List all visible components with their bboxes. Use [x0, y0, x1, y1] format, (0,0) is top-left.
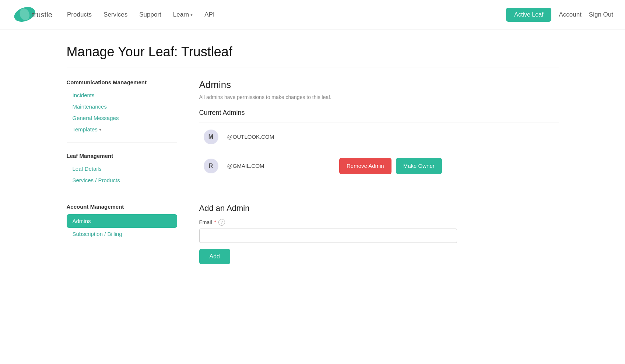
- admins-subtitle: All admins have permissions to make chan…: [199, 94, 559, 100]
- make-owner-button[interactable]: Make Owner: [396, 158, 442, 174]
- add-admin-section: Add an Admin Email * ? Add: [199, 193, 559, 264]
- admins-table: M @OUTLOOK.COM R @GMAIL.COM: [199, 123, 559, 181]
- table-row: M @OUTLOOK.COM: [199, 123, 559, 151]
- nav-links: Products Services Support Learn ▾ API: [67, 11, 506, 18]
- sidebar-item-subscription-billing[interactable]: Subscription / Billing: [67, 229, 177, 239]
- add-admin-title: Add an Admin: [199, 204, 559, 213]
- sidebar-item-general-messages[interactable]: General Messages: [67, 113, 177, 123]
- page-title: Manage Your Leaf: Trustleaf: [67, 44, 559, 67]
- page-container: Manage Your Leaf: Trustleaf Communicatio…: [55, 29, 570, 286]
- admin-avatar-r: R: [204, 159, 218, 173]
- sidebar-item-incidents[interactable]: Incidents: [67, 90, 177, 100]
- admins-section-title: Admins: [199, 79, 559, 91]
- admin-email-r: @GMAIL.COM: [227, 163, 264, 169]
- admin-email-m: @OUTLOOK.COM: [227, 134, 274, 140]
- templates-chevron-icon: ▾: [99, 127, 101, 132]
- nav-api[interactable]: API: [204, 11, 214, 18]
- sidebar-item-admins[interactable]: Admins: [67, 214, 177, 228]
- nav-services[interactable]: Services: [103, 11, 127, 18]
- admin-avatar-m: M: [204, 130, 218, 144]
- content-layout: Communications Management Incidents Main…: [67, 79, 559, 264]
- sidebar-leaf-management-title: Leaf Management: [67, 153, 177, 159]
- sidebar-item-services-products[interactable]: Services / Products: [67, 175, 177, 185]
- email-field-label: Email * ?: [199, 219, 559, 226]
- sidebar-divider-2: [67, 193, 177, 193]
- admin-actions: Remove Admin Make Owner: [339, 158, 554, 174]
- logo[interactable]: trustleaf: [12, 4, 52, 25]
- nav-learn[interactable]: Learn ▾: [173, 11, 193, 18]
- learn-chevron-icon: ▾: [190, 12, 193, 17]
- sidebar: Communications Management Incidents Main…: [67, 79, 192, 264]
- sidebar-item-leaf-details[interactable]: Leaf Details: [67, 163, 177, 174]
- nav-products[interactable]: Products: [67, 11, 92, 18]
- sidebar-item-templates[interactable]: Templates ▾: [67, 124, 177, 135]
- nav-account[interactable]: Account: [559, 11, 581, 18]
- sidebar-item-maintenances[interactable]: Maintenances: [67, 101, 177, 112]
- required-star: *: [214, 219, 216, 225]
- sidebar-account-management-title: Account Management: [67, 204, 177, 210]
- table-row: R @GMAIL.COM Remove Admin Make Owner: [199, 151, 559, 181]
- sidebar-divider-1: [67, 142, 177, 142]
- navbar-right: Active Leaf Account Sign Out: [506, 8, 613, 22]
- add-admin-button[interactable]: Add: [199, 249, 230, 264]
- active-leaf-button[interactable]: Active Leaf: [506, 8, 551, 22]
- svg-text:trustleaf: trustleaf: [32, 11, 52, 19]
- nav-signout[interactable]: Sign Out: [589, 11, 613, 18]
- nav-support[interactable]: Support: [139, 11, 161, 18]
- navbar: trustleaf Products Services Support Lear…: [0, 0, 625, 29]
- remove-admin-button[interactable]: Remove Admin: [339, 158, 391, 174]
- email-input[interactable]: [199, 229, 457, 243]
- help-icon[interactable]: ?: [218, 219, 225, 226]
- current-admins-title: Current Admins: [199, 109, 559, 117]
- main-content: Admins All admins have permissions to ma…: [192, 79, 559, 264]
- sidebar-communications-title: Communications Management: [67, 79, 177, 85]
